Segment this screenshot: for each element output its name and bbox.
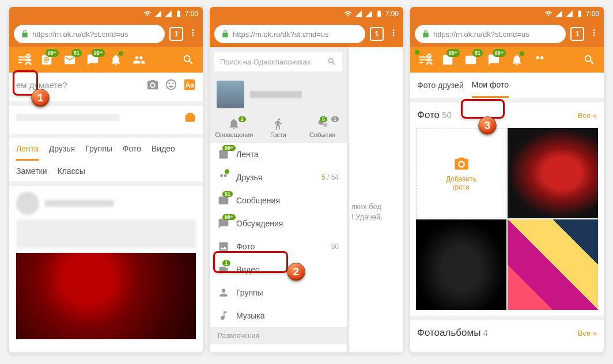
menu-photo[interactable]: Фото50 — [210, 235, 347, 258]
callout-2-number: 2 — [287, 263, 305, 281]
add-photo-button[interactable]: Добавить фото — [416, 128, 506, 218]
photo-tabs: Фото друзей Мои фото — [410, 73, 604, 98]
browser-more-button[interactable] — [188, 28, 198, 40]
tab-classes[interactable]: Классы — [58, 166, 85, 176]
post-author — [45, 200, 114, 207]
wifi-icon — [344, 10, 352, 18]
view-all-link[interactable]: Все » — [578, 329, 597, 338]
messages-nav-icon[interactable]: 51 — [59, 49, 81, 71]
browser-more-button[interactable] — [388, 28, 399, 40]
menu-discussions[interactable]: 99+Обсуждения — [210, 212, 347, 235]
feed-nav-icon[interactable]: 99+ — [36, 49, 58, 71]
badge: 99+ — [92, 49, 105, 57]
url-text: https://m.ok.ru/dk?st.cmd=us — [433, 30, 529, 39]
badge: 99+ — [46, 49, 59, 57]
tab-notes[interactable]: Заметки — [16, 166, 47, 176]
status-time: 7:00 — [385, 10, 399, 18]
ok-top-nav: 99+ 51 99+ — [9, 47, 203, 73]
avatar — [217, 81, 244, 108]
url-bar[interactable]: https://m.ok.ru/dk?st.cmd=us — [415, 25, 566, 43]
menu-button[interactable] — [13, 49, 35, 71]
albums-section-header: Фотоальбомы4 Все » — [410, 320, 604, 346]
ok-logo-icon — [425, 54, 433, 66]
text-style-icon[interactable]: Aa — [183, 78, 196, 91]
signal-icon — [154, 10, 162, 18]
url-text: https://m.ok.ru/dk?st.cmd=us — [233, 30, 329, 39]
signal-icon — [555, 10, 563, 18]
search-nav-icon[interactable] — [578, 49, 600, 71]
menu-feed[interactable]: 99+Лента — [210, 143, 347, 166]
menu-video[interactable]: 1Видео — [210, 258, 347, 281]
ok-logo-icon — [24, 54, 32, 66]
post-image — [16, 253, 196, 339]
emoji-icon[interactable] — [165, 78, 177, 91]
menu-button[interactable] — [414, 49, 436, 71]
photo-thumbnail[interactable] — [508, 219, 598, 310]
tab-photo[interactable]: Фото — [123, 144, 141, 161]
badge: 2 — [239, 116, 246, 122]
tabs-button[interactable]: 1 — [570, 27, 584, 41]
ok-top-nav: 99+ 51 99+ — [410, 47, 604, 73]
section-count: 4 — [483, 328, 487, 338]
signal-icon — [354, 10, 362, 18]
browser-bar: https://m.ok.ru/dk?st.cmd=us 1 — [410, 21, 604, 47]
cell-guests[interactable]: Гости — [256, 117, 301, 138]
menu-groups[interactable]: Группы — [210, 281, 347, 304]
feed-nav-icon[interactable]: 99+ — [437, 49, 459, 71]
browser-bar: https://m.ok.ru/dk?st.cmd=us 1 — [210, 21, 403, 47]
photo-thumbnail[interactable] — [416, 219, 506, 310]
svg-point-7 — [323, 123, 327, 127]
promo-row[interactable] — [9, 106, 203, 129]
discussions-nav-icon[interactable]: 99+ — [82, 49, 104, 71]
wifi-icon — [544, 10, 553, 18]
svg-point-8 — [459, 162, 463, 166]
tab-friends[interactable]: Друзья — [49, 144, 75, 161]
url-text: https://m.ok.ru/dk?st.cmd=us — [32, 30, 128, 39]
url-bar[interactable]: https://m.ok.ru/dk?st.cmd=us — [14, 25, 165, 43]
status-bar: 7:00 — [410, 7, 604, 21]
tab-video[interactable]: Видео — [152, 144, 175, 161]
composer-prompt: ем думаете? — [16, 80, 141, 90]
signal-icon — [164, 10, 172, 18]
menu-music[interactable]: Музыка — [210, 304, 347, 327]
phone-screen-2: 7:00 https://m.ok.ru/dk?st.cmd=us 1 яких… — [210, 7, 403, 352]
notifications-nav-icon[interactable] — [506, 49, 528, 71]
svg-text:Aa: Aa — [185, 81, 194, 89]
lock-icon — [422, 30, 430, 38]
browser-more-button[interactable] — [589, 28, 599, 40]
drawer-menu: 99+Лента Друзья5 / 54 51Сообщения 99+Обс… — [210, 143, 347, 352]
view-all-link[interactable]: Все » — [578, 111, 597, 120]
cell-notifications[interactable]: 2Оповещения — [212, 117, 256, 138]
badge: 51 — [71, 49, 82, 57]
menu-friends[interactable]: Друзья5 / 54 — [210, 166, 347, 189]
notifications-nav-icon[interactable] — [105, 49, 127, 71]
friends-nav-icon[interactable] — [128, 49, 150, 71]
tab-feed[interactable]: Лента — [16, 144, 39, 161]
drawer-search[interactable]: Поиск на Одноклассниках — [214, 52, 342, 71]
search-nav-icon[interactable] — [177, 49, 199, 71]
lock-icon — [21, 30, 29, 38]
drawer-profile[interactable] — [210, 76, 347, 113]
status-bar: 7:00 — [9, 7, 203, 21]
feed-post[interactable] — [9, 186, 203, 345]
tab-my-photos[interactable]: Мои фото — [472, 73, 509, 98]
camera-icon[interactable] — [146, 78, 159, 91]
menu-section-entertainment: Развлечения — [210, 327, 347, 344]
section-title: Фотоальбомы — [417, 327, 480, 338]
drawer-top-cells: 2Оповещения Гости 51События — [210, 113, 347, 143]
menu-messages[interactable]: 51Сообщения — [210, 189, 347, 212]
discussions-nav-icon[interactable]: 99+ — [483, 49, 505, 71]
tabs-button[interactable]: 1 — [169, 27, 183, 41]
messages-nav-icon[interactable]: 51 — [460, 49, 482, 71]
cell-events[interactable]: 51События — [300, 117, 345, 138]
friends-nav-icon[interactable] — [529, 49, 551, 71]
url-bar[interactable]: https://m.ok.ru/dk?st.cmd=us — [214, 25, 365, 43]
phone-screen-3: 7:00 https://m.ok.ru/dk?st.cmd=us 1 99+ … — [410, 7, 604, 352]
tab-groups[interactable]: Группы — [85, 144, 112, 161]
tab-friends-photos[interactable]: Фото друзей — [417, 74, 464, 97]
battery-icon — [375, 10, 383, 18]
search-icon — [327, 57, 336, 66]
tabs-button[interactable]: 1 — [370, 27, 384, 41]
photo-thumbnail[interactable] — [508, 128, 598, 218]
side-drawer: Поиск на Одноклассниках 2Оповещения Гост… — [210, 47, 347, 352]
